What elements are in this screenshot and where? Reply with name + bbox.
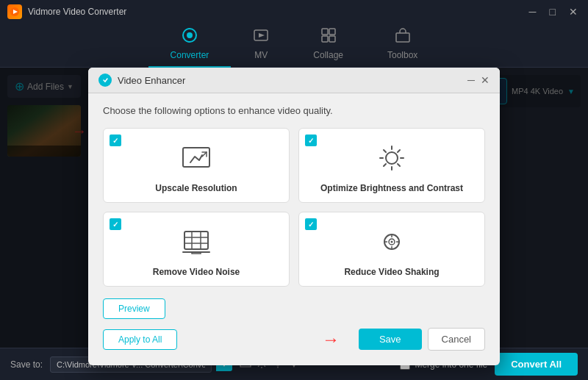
option-shaking[interactable]: Reduce Video Shaking xyxy=(298,212,485,287)
convert-all-button[interactable]: Convert All xyxy=(495,353,578,376)
shaking-icon xyxy=(373,223,411,261)
option-noise[interactable]: Remove Video Noise xyxy=(103,212,290,287)
cancel-button[interactable]: Cancel xyxy=(428,328,485,351)
upscale-icon xyxy=(177,139,215,177)
modal-header-buttons: ─ ✕ xyxy=(467,74,490,86)
save-to-label: Save to: xyxy=(10,359,43,370)
nav-toolbox-label: Toolbox xyxy=(387,50,417,60)
svg-rect-9 xyxy=(396,33,409,42)
svg-rect-5 xyxy=(322,29,328,35)
noise-checkbox[interactable] xyxy=(110,218,121,230)
nav-collage[interactable]: Collage xyxy=(291,21,365,68)
nav-collage-label: Collage xyxy=(313,50,343,60)
close-button[interactable]: ✕ xyxy=(566,6,581,18)
modal-body: Choose the following options to enhance … xyxy=(88,93,500,365)
svg-point-30 xyxy=(391,241,393,243)
nav-mv-label: MV xyxy=(254,50,268,60)
save-button[interactable]: Save xyxy=(359,329,422,350)
noise-label: Remove Video Noise xyxy=(153,267,240,277)
preview-row: Preview xyxy=(103,298,485,319)
nav-converter-label: Converter xyxy=(171,50,209,60)
shaking-label: Reduce Video Shaking xyxy=(344,267,439,277)
svg-line-22 xyxy=(384,164,386,166)
brightness-label: Optimize Brightness and Contrast xyxy=(320,183,463,193)
nav-mv[interactable]: MV xyxy=(231,21,291,68)
noise-icon xyxy=(177,223,215,261)
option-brightness[interactable]: Optimize Brightness and Contrast xyxy=(298,128,485,203)
save-arrow-indicator: → xyxy=(322,329,340,350)
shaking-checkbox[interactable] xyxy=(305,218,317,230)
svg-line-21 xyxy=(398,150,400,152)
modal-title-wrap: Video Enhancer xyxy=(98,74,185,87)
apply-all-button[interactable]: Apply to All xyxy=(103,329,177,350)
modal-header: Video Enhancer ─ ✕ xyxy=(88,68,500,93)
option-upscale[interactable]: Upscale Resolution xyxy=(103,128,290,203)
options-grid: Upscale Resolution xyxy=(103,128,485,287)
upscale-checkbox[interactable] xyxy=(110,135,121,146)
minimize-button[interactable]: ─ xyxy=(526,6,539,18)
svg-rect-23 xyxy=(184,232,208,249)
svg-rect-6 xyxy=(329,29,335,35)
title-bar-controls: ─ □ ✕ xyxy=(526,6,581,18)
modal-right-buttons: → Save Cancel xyxy=(359,328,485,351)
modal-minimize-button[interactable]: ─ xyxy=(467,74,475,86)
modal-subtitle: Choose the following options to enhance … xyxy=(103,105,485,116)
svg-point-14 xyxy=(386,152,398,164)
app-title: Vidmore Video Converter xyxy=(28,7,126,17)
preview-button[interactable]: Preview xyxy=(103,298,165,319)
svg-line-20 xyxy=(398,164,400,166)
upscale-label: Upscale Resolution xyxy=(155,183,237,193)
collage-icon xyxy=(320,27,337,47)
title-bar-left: Vidmore Video Converter xyxy=(7,4,126,19)
nav-toolbox[interactable]: Toolbox xyxy=(365,21,440,68)
title-bar: Vidmore Video Converter ─ □ ✕ xyxy=(0,0,588,24)
toolbox-icon xyxy=(395,27,411,47)
nav-bar: Converter MV Collage Toolb xyxy=(0,24,588,68)
mv-icon xyxy=(253,27,269,47)
main-content: ⊕ Add Files ▼ xyxy=(0,68,588,348)
brightness-checkbox[interactable] xyxy=(305,135,317,146)
svg-line-19 xyxy=(384,150,386,152)
modal-close-button[interactable]: ✕ xyxy=(481,74,490,86)
svg-rect-7 xyxy=(322,36,328,42)
svg-point-12 xyxy=(101,76,109,84)
modal-actions: Apply to All → Save Cancel xyxy=(103,328,485,351)
maximize-button[interactable]: □ xyxy=(547,6,559,18)
app-icon xyxy=(7,4,22,19)
brightness-icon xyxy=(373,139,411,177)
converter-icon xyxy=(182,27,198,47)
video-enhancer-modal: Video Enhancer ─ ✕ Choose the following … xyxy=(88,68,500,365)
modal-title: Video Enhancer xyxy=(118,75,185,86)
svg-rect-8 xyxy=(329,36,335,42)
nav-converter[interactable]: Converter xyxy=(148,21,232,68)
modal-icon xyxy=(98,74,112,87)
svg-point-3 xyxy=(187,32,193,38)
